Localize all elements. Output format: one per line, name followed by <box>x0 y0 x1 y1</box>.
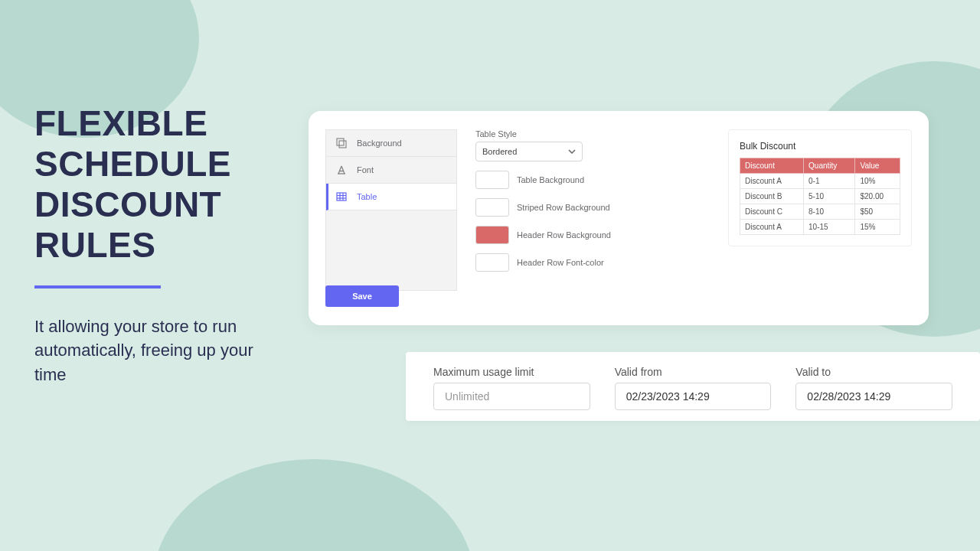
table-header: Discount <box>740 158 804 174</box>
table-style-select[interactable]: Bordered <box>475 142 583 161</box>
schedule-panel: Maximum usage limit Valid from Valid to <box>406 352 980 421</box>
max-usage-field: Maximum usage limit <box>433 366 590 407</box>
valid-to-input[interactable] <box>795 383 952 410</box>
table-row: Discount A10-1515% <box>740 220 900 235</box>
select-value: Bordered <box>482 147 517 156</box>
svg-rect-3 <box>337 193 346 201</box>
color-row-table-bg: Table Background <box>475 171 611 189</box>
color-swatch[interactable] <box>475 253 509 272</box>
field-label: Valid to <box>795 366 952 378</box>
color-row-header-bg: Header Row Background <box>475 226 611 244</box>
decorative-blob <box>153 459 475 551</box>
color-row-striped-bg: Striped Row Background <box>475 198 611 217</box>
hero-subtitle: It allowing your store to run automatica… <box>34 315 287 388</box>
hero-title: FLEXIBLE SCHEDULE DISCOUNT RULES <box>34 103 287 266</box>
color-label: Header Row Background <box>517 230 611 240</box>
color-label: Striped Row Background <box>517 203 610 212</box>
sidebar-item-label: Background <box>357 139 402 148</box>
table-style-label: Table Style <box>475 129 611 139</box>
sidebar-item-table[interactable]: Table <box>326 184 456 210</box>
table-header: Value <box>855 158 900 174</box>
sidebar-item-font[interactable]: Font <box>326 157 456 184</box>
table-header: Quantity <box>804 158 855 174</box>
color-label: Table Background <box>517 175 584 184</box>
table-icon <box>335 191 348 203</box>
settings-sidebar: Background Font Table <box>325 129 457 291</box>
table-style-section: Table Style Bordered Table Background St… <box>475 129 611 272</box>
title-underline <box>34 285 161 289</box>
sidebar-item-background[interactable]: Background <box>326 130 456 157</box>
field-label: Valid from <box>615 366 772 378</box>
table-row: Discount B5-10$20.00 <box>740 189 900 204</box>
table-row: Discount C8-10$50 <box>740 204 900 220</box>
sidebar-empty-space <box>326 210 456 290</box>
color-swatch[interactable] <box>475 171 509 189</box>
preview-title: Bulk Discount <box>740 141 900 152</box>
preview-panel: Bulk Discount Discount Quantity Value Di… <box>728 129 912 246</box>
valid-to-field: Valid to <box>795 366 952 407</box>
valid-from-input[interactable] <box>615 383 772 410</box>
sidebar-item-label: Font <box>357 165 374 174</box>
color-label: Header Row Font-color <box>517 258 604 267</box>
valid-from-field: Valid from <box>615 366 772 407</box>
color-swatch[interactable] <box>475 198 509 217</box>
save-button[interactable]: Save <box>325 285 399 307</box>
bulk-discount-table: Discount Quantity Value Discount A0-110%… <box>740 158 900 235</box>
chevron-down-icon <box>568 149 576 154</box>
settings-panel: Background Font Table Save Table Style B… <box>309 111 929 325</box>
svg-rect-0 <box>337 139 344 145</box>
layers-icon <box>335 137 348 149</box>
max-usage-input[interactable] <box>433 383 590 410</box>
hero-section: FLEXIBLE SCHEDULE DISCOUNT RULES It allo… <box>34 103 287 387</box>
font-icon <box>335 164 348 176</box>
table-row: Discount A0-110% <box>740 174 900 189</box>
color-swatch[interactable] <box>475 226 509 244</box>
svg-rect-1 <box>339 141 346 148</box>
color-row-header-font: Header Row Font-color <box>475 253 611 272</box>
field-label: Maximum usage limit <box>433 366 590 378</box>
sidebar-item-label: Table <box>357 192 377 201</box>
